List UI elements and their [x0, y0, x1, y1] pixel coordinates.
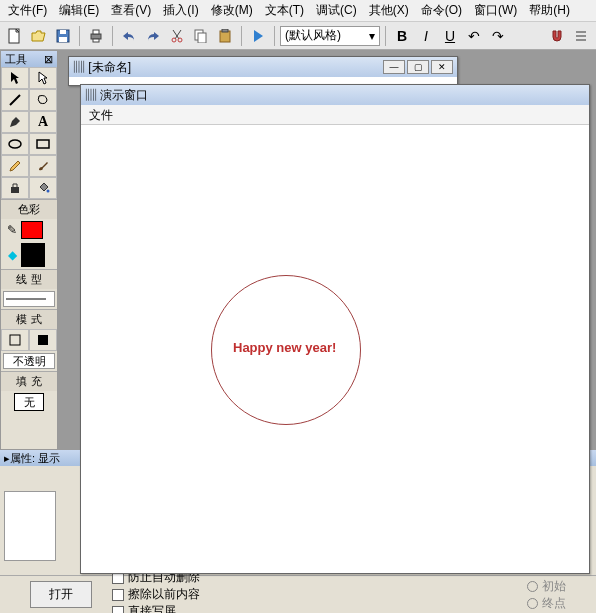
tool-arrow[interactable] [1, 67, 29, 89]
svg-line-16 [10, 95, 20, 105]
svg-rect-18 [37, 140, 49, 148]
toolbox-close-icon[interactable]: ⊠ [44, 53, 53, 66]
svg-rect-6 [93, 39, 99, 42]
close-icon[interactable]: ✕ [431, 60, 453, 74]
radio-end-label: 终点 [542, 595, 566, 612]
menu-modify[interactable]: 修改(M) [205, 0, 259, 21]
demo-canvas: Happy new year! [81, 125, 589, 573]
copy-icon[interactable] [190, 25, 212, 47]
menu-window[interactable]: 窗口(W) [468, 0, 523, 21]
opacity-select[interactable]: 不透明 [3, 353, 55, 369]
undo-arrow-icon[interactable]: ↶ [463, 25, 485, 47]
redo-arrow-icon[interactable]: ↷ [487, 25, 509, 47]
menu-command[interactable]: 命令(O) [415, 0, 468, 21]
tool-grid: A [1, 67, 57, 199]
svg-rect-23 [38, 335, 48, 345]
italic-button[interactable]: I [415, 25, 437, 47]
undo-icon[interactable] [118, 25, 140, 47]
mode-btn-1[interactable] [1, 329, 29, 351]
doc-unnamed-titlebar[interactable]: ▥ [未命名] — ▢ ✕ [69, 57, 457, 77]
stroke-color-swatch[interactable] [21, 221, 43, 239]
document-unnamed[interactable]: ▥ [未命名] — ▢ ✕ [68, 56, 458, 86]
svg-rect-10 [198, 33, 206, 43]
svg-rect-4 [91, 34, 101, 39]
menu-insert[interactable]: 插入(I) [157, 0, 204, 21]
properties-preview [4, 491, 56, 561]
menu-file[interactable]: 文件(F) [2, 0, 53, 21]
doc-icon: ▥ [73, 60, 85, 74]
underline-button[interactable]: U [439, 25, 461, 47]
tool-subselect[interactable] [29, 67, 57, 89]
bucket-color-icon: ◆ [3, 248, 21, 262]
magnet-icon[interactable] [546, 25, 568, 47]
svg-rect-3 [60, 30, 66, 34]
tool-rect[interactable] [29, 133, 57, 155]
main-toolbar: (默认风格)▾ B I U ↶ ↷ [0, 22, 596, 50]
mdi-workspace: ▥ [未命名] — ▢ ✕ ▥ 演示窗口 文件 Happy new year! [58, 50, 596, 450]
line-style-select[interactable] [3, 291, 55, 307]
menu-bar: 文件(F) 编辑(E) 查看(V) 插入(I) 修改(M) 文本(T) 调试(C… [0, 0, 596, 22]
radio-initial-label: 初始 [542, 578, 566, 595]
svg-rect-11 [220, 31, 230, 42]
save-icon[interactable] [52, 25, 74, 47]
align-icon[interactable] [570, 25, 592, 47]
cut-icon[interactable] [166, 25, 188, 47]
chk-erase-prev-label: 擦除以前内容 [128, 586, 200, 603]
radio-end[interactable] [527, 598, 538, 609]
svg-rect-12 [222, 29, 228, 32]
open-file-icon[interactable] [28, 25, 50, 47]
svg-point-7 [172, 38, 176, 42]
run-icon[interactable] [247, 25, 269, 47]
tool-paintbucket[interactable] [29, 177, 57, 199]
svg-point-20 [47, 190, 50, 193]
svg-point-17 [9, 140, 21, 148]
pen-color-row: ✎ [1, 219, 57, 241]
tool-brush[interactable] [29, 155, 57, 177]
new-file-icon[interactable] [4, 25, 26, 47]
demo-icon: ▥ [85, 88, 97, 102]
bold-button[interactable]: B [391, 25, 413, 47]
fill-none-box[interactable]: 无 [14, 393, 44, 411]
menu-edit[interactable]: 编辑(E) [53, 0, 105, 21]
fill-color-swatch[interactable] [21, 243, 45, 267]
mode-section-label: 模 式 [1, 309, 57, 329]
style-dropdown-value: (默认风格) [285, 27, 341, 44]
redo-icon[interactable] [142, 25, 164, 47]
mode-btn-2[interactable] [29, 329, 57, 351]
chk-direct-screen[interactable] [112, 606, 124, 614]
svg-rect-19 [11, 187, 19, 193]
menu-other[interactable]: 其他(X) [363, 0, 415, 21]
menu-view[interactable]: 查看(V) [105, 0, 157, 21]
open-button[interactable]: 打开 [30, 581, 92, 608]
tool-oval[interactable] [1, 133, 29, 155]
chk-erase-prev[interactable] [112, 589, 124, 601]
demo-window[interactable]: ▥ 演示窗口 文件 Happy new year! [80, 84, 590, 574]
toolbox-panel: 工具⊠ A 色彩 ✎ ◆ 线 型 模 式 [0, 50, 58, 450]
style-dropdown[interactable]: (默认风格)▾ [280, 26, 380, 46]
menu-debug[interactable]: 调试(C) [310, 0, 363, 21]
toolbox-title: 工具⊠ [1, 51, 57, 67]
paste-icon[interactable] [214, 25, 236, 47]
demo-menu-file[interactable]: 文件 [89, 108, 113, 122]
line-section-label: 线 型 [1, 269, 57, 289]
tool-text[interactable]: A [29, 111, 57, 133]
print-icon[interactable] [85, 25, 107, 47]
canvas-text: Happy new year! [233, 340, 336, 355]
bottom-bar: 打开 防止自动删除 擦除以前内容 直接写屏 初始 终点 [0, 575, 596, 613]
menu-text[interactable]: 文本(T) [259, 0, 310, 21]
tool-lasso[interactable] [29, 89, 57, 111]
tool-pen[interactable] [1, 111, 29, 133]
tool-line[interactable] [1, 89, 29, 111]
doc-unnamed-title: [未命名] [88, 60, 131, 74]
maximize-icon[interactable]: ▢ [407, 60, 429, 74]
radio-initial[interactable] [527, 581, 538, 592]
main-area: 工具⊠ A 色彩 ✎ ◆ 线 型 模 式 [0, 50, 596, 450]
color-section-label: 色彩 [1, 199, 57, 219]
fill-section-label: 填 充 [1, 371, 57, 391]
menu-help[interactable]: 帮助(H) [523, 0, 576, 21]
tool-pencil[interactable] [1, 155, 29, 177]
demo-title-text: 演示窗口 [100, 88, 148, 102]
demo-titlebar[interactable]: ▥ 演示窗口 [81, 85, 589, 105]
minimize-icon[interactable]: — [383, 60, 405, 74]
tool-inkbottle[interactable] [1, 177, 29, 199]
